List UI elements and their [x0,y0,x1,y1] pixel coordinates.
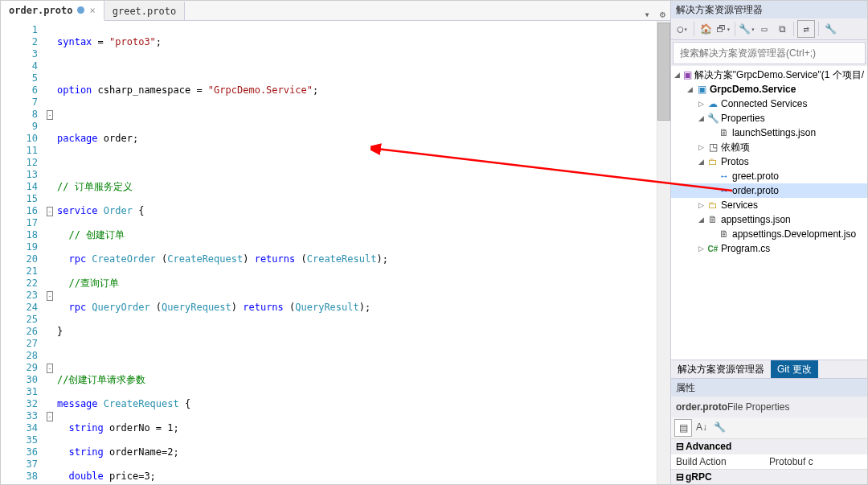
solution-explorer-title: 解决方案资源管理器 [671,1,867,18]
fold-icon[interactable]: - [47,364,52,373]
properties-subject: order.proto File Properties [671,397,867,417]
solution-tree[interactable]: ◢▣解决方案"GrpcDemo.Service"(1 个项目/ ◢▣GrpcDe… [671,66,867,360]
fold-icon[interactable]: - [47,291,52,301]
solution-search-input[interactable] [678,47,860,60]
props-wrench-icon[interactable]: 🔧 [711,419,727,435]
properties-folder-node[interactable]: ◢🔧Properties [671,111,867,125]
wrench-icon: 🔧 [706,113,719,124]
code-area[interactable]: syntax = "proto3"; option csharp_namespa… [55,21,657,484]
tab-label: order.proto [9,5,72,16]
tab-label: greet.proto [113,6,176,17]
deps-icon: ◳ [706,142,719,153]
wrench-icon[interactable]: 🔧 [822,21,838,37]
right-panel-tabs: 解决方案资源管理器 Git 更改 [671,360,867,378]
line-number-gutter: 1234567891011121314151617181920212223242… [1,21,44,484]
show-all-icon[interactable]: ▭ [756,21,772,37]
proto-icon: ↔ [718,171,731,182]
fold-icon[interactable]: - [47,412,52,421]
properties-icon[interactable]: ⇄ [797,20,815,38]
properties-panel: 属性 order.proto File Properties ▤ A↓ 🔧 ⊟A… [671,378,867,484]
program-cs-node[interactable]: ▷C#Program.cs [671,241,867,256]
order-proto-node[interactable]: ↔order.proto [671,183,867,198]
appsettings-node[interactable]: ◢🗎appsettings.json [671,212,867,227]
close-icon[interactable]: × [89,5,95,16]
services-folder-node[interactable]: ▷🗀Services [671,198,867,212]
vertical-scrollbar[interactable] [657,21,670,484]
connected-services-node[interactable]: ▷☁Connected Services [671,97,867,111]
tab-order-proto[interactable]: order.proto × [1,1,104,21]
json-icon: 🗎 [718,228,731,240]
connected-icon: ☁ [706,98,719,109]
tab-solution-explorer[interactable]: 解决方案资源管理器 [671,360,771,378]
prop-row-build-action[interactable]: Build ActionProtobuf c [671,454,867,469]
solution-icon: ▣ [682,69,693,80]
pin-icon [77,6,84,14]
scope-icon[interactable]: 🔧 [739,21,755,37]
folder-icon: 🗀 [706,199,719,211]
categorize-icon[interactable]: ▤ [674,419,692,437]
greet-proto-node[interactable]: ↔greet.proto [671,169,867,183]
dependencies-node[interactable]: ▷◳依赖项 [671,140,867,154]
protos-folder-node[interactable]: ◢🗀Protos [671,154,867,169]
fold-icon[interactable]: - [47,207,52,216]
sync-icon[interactable]: 🗗 [715,21,731,37]
fold-gutter: - - - - - [44,21,55,484]
json-icon: 🗎 [706,214,719,225]
folder-icon: 🗀 [706,156,719,167]
solution-search[interactable] [673,42,866,64]
json-icon: 🗎 [718,127,731,138]
proto-icon: ↔ [718,185,731,196]
back-icon[interactable]: ◯ [674,21,690,37]
tab-greet-proto[interactable]: greet.proto [104,2,185,20]
editor-tabbar: order.proto × greet.proto ▾ ⚙ [1,1,670,21]
solution-explorer-toolbar: ◯ 🏠 🗗 🔧 ▭ ⧉ ⇄ 🔧 [671,18,867,40]
fold-icon[interactable]: - [47,110,52,120]
prop-category-grpc[interactable]: ⊟gRPC [671,469,867,484]
tab-gear-icon[interactable]: ⚙ [655,9,670,20]
properties-title: 属性 [671,379,867,397]
code-editor[interactable]: 1234567891011121314151617181920212223242… [1,21,670,484]
project-node[interactable]: ◢▣GrpcDemo.Service [671,82,867,97]
solution-node[interactable]: ◢▣解决方案"GrpcDemo.Service"(1 个项目/ [671,68,867,82]
appsettings-dev-node[interactable]: 🗎appsettings.Development.jso [671,227,867,241]
sort-alpha-icon[interactable]: A↓ [694,419,710,435]
home-icon[interactable]: 🏠 [698,21,714,37]
cs-icon: C# [706,245,719,253]
collapse-icon[interactable]: ⧉ [774,21,790,37]
prop-category-advanced[interactable]: ⊟Advanced [671,438,867,454]
tab-overflow-dropdown[interactable]: ▾ [640,9,655,20]
launchsettings-node[interactable]: 🗎launchSettings.json [671,125,867,140]
tab-git-changes[interactable]: Git 更改 [771,360,818,378]
csproj-icon: ▣ [695,84,708,95]
